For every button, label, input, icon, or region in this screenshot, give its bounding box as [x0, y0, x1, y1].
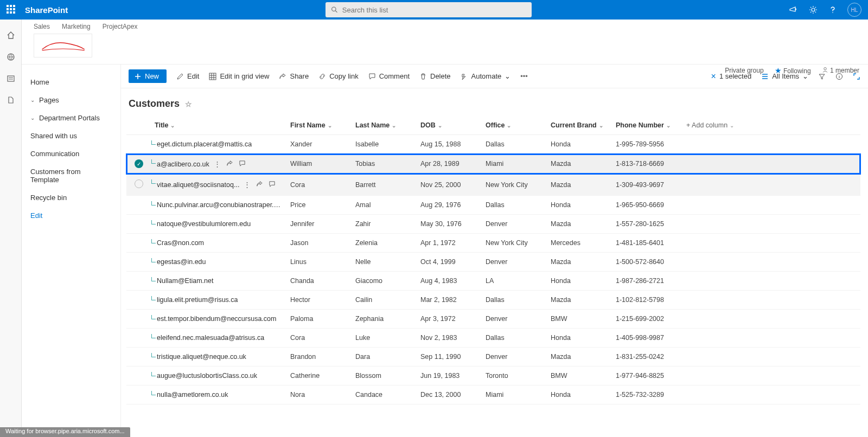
cell-brand: Honda — [547, 135, 612, 154]
app-brand[interactable]: SharePoint — [25, 5, 68, 15]
share-button[interactable]: Share — [279, 72, 309, 80]
comment-button[interactable]: Comment — [368, 72, 410, 80]
table-row[interactable]: ligula.elit.pretium@risus.caHectorCailin… — [126, 291, 860, 310]
item-title[interactable]: tristique.aliquet@neque.co.uk — [157, 353, 246, 361]
user-avatar[interactable]: HL — [847, 3, 861, 17]
rail-news-icon[interactable] — [6, 74, 16, 83]
table-row[interactable]: natoque@vestibulumlorem.eduJenniferZahir… — [126, 215, 860, 234]
row-selected-icon[interactable]: ✓ — [135, 159, 143, 168]
search-box[interactable] — [326, 2, 532, 17]
row-comment-icon[interactable] — [239, 160, 246, 168]
column-header[interactable]: Phone Number⌄ — [612, 116, 683, 135]
nav-item[interactable]: ⌄Pages — [28, 91, 113, 109]
chevron-down-icon: ⌄ — [507, 123, 511, 128]
table-row[interactable]: ✓a@aclibero.co.uk⋮WilliamTobiasApr 28, 1… — [126, 154, 860, 174]
table-row[interactable]: Nunc.pulvinar.arcu@conubianostraper.eduP… — [126, 196, 860, 215]
item-title[interactable]: egestas@in.edu — [157, 258, 206, 266]
row-more-icon[interactable]: ⋮ — [214, 160, 221, 168]
rail-globe-icon[interactable] — [6, 52, 16, 62]
table-row[interactable]: eget.dictum.placerat@mattis.caXanderIsab… — [126, 135, 860, 154]
table-row[interactable]: Nullam@Etiam.netChandaGiacomoAug 4, 1983… — [126, 272, 860, 291]
cell-office: Miami — [482, 385, 547, 404]
column-header[interactable]: Title⌄ — [151, 116, 287, 135]
row-share-icon[interactable] — [226, 160, 233, 168]
grid-edit-button[interactable]: Edit in grid view — [209, 72, 269, 80]
nav-item-label: Department Portals — [39, 114, 100, 122]
nav-item[interactable]: Shared with us — [28, 127, 113, 145]
nav-item[interactable]: Recycle bin — [28, 189, 113, 207]
item-title[interactable]: ligula.elit.pretium@risus.ca — [157, 296, 238, 304]
item-title[interactable]: vitae.aliquet@sociisnatoq... — [157, 181, 239, 189]
nav-item-label: Pages — [39, 96, 59, 104]
cell-brand: BMW — [547, 310, 612, 329]
delete-button[interactable]: Delete — [419, 72, 451, 80]
nav-edit-link[interactable]: Edit — [28, 207, 113, 224]
table-row[interactable]: nulla@ametlorem.co.ukNoraCandaceDec 13, … — [126, 385, 860, 404]
item-title[interactable]: a@aclibero.co.uk — [157, 160, 209, 168]
clear-selection-button[interactable]: × 1 selected — [711, 72, 752, 81]
search-input[interactable] — [342, 6, 526, 14]
table-row[interactable]: augue@luctuslobortisClass.co.ukCatherine… — [126, 367, 860, 385]
item-link-icon — [151, 159, 156, 164]
info-button[interactable] — [835, 73, 843, 80]
table-row[interactable]: vitae.aliquet@sociisnatoq...⋮CoraBarrett… — [126, 174, 860, 196]
nav-item[interactable]: Communication — [28, 145, 113, 163]
hub-link[interactable]: ProjectApex — [103, 23, 138, 30]
item-title[interactable]: Nunc.pulvinar.arcu@conubianostraper.edu — [157, 201, 285, 209]
suite-header: SharePoint HL — [0, 0, 868, 20]
list-title: Customers ☆ — [121, 88, 868, 116]
column-header[interactable]: Current Brand⌄ — [547, 116, 612, 135]
table-row[interactable]: est.tempor.bibendum@neccursusa.comPaloma… — [126, 310, 860, 329]
table-row[interactable]: Cras@non.comJasonZeleniaApr 1, 1972New Y… — [126, 234, 860, 253]
more-button[interactable]: ••• — [520, 72, 528, 80]
rail-files-icon[interactable] — [6, 95, 16, 105]
automate-button[interactable]: Automate ⌄ — [461, 72, 511, 80]
nav-item[interactable]: Customers from Template — [28, 163, 113, 189]
hub-link[interactable]: Marketing — [62, 23, 91, 30]
add-column-button[interactable]: + Add column⌄ — [683, 116, 860, 135]
row-select-toggle[interactable] — [135, 179, 143, 188]
plus-icon — [134, 73, 142, 80]
item-title[interactable]: nulla@ametlorem.co.uk — [157, 391, 228, 399]
row-more-icon[interactable]: ⋮ — [244, 181, 251, 189]
item-title[interactable]: augue@luctuslobortisClass.co.uk — [157, 372, 257, 380]
item-title[interactable]: Nullam@Etiam.net — [157, 277, 213, 285]
column-header[interactable]: DOB⌄ — [417, 116, 482, 135]
column-header[interactable]: First Name⌄ — [287, 116, 352, 135]
hub-link[interactable]: Sales — [34, 23, 50, 30]
help-icon[interactable] — [828, 5, 838, 15]
rail-home-icon[interactable] — [6, 30, 16, 40]
view-switcher[interactable]: All Items ⌄ — [761, 72, 808, 80]
column-header-row: Title⌄ First Name⌄ Last Name⌄ DOB⌄ Offic… — [126, 116, 860, 135]
item-link-icon — [151, 315, 156, 319]
table-row[interactable]: tristique.aliquet@neque.co.ukBrandonDara… — [126, 348, 860, 367]
item-title[interactable]: eleifend.nec.malesuada@atrisus.ca — [157, 334, 264, 342]
copy-link-button[interactable]: Copy link — [318, 72, 358, 80]
nav-item-label: Shared with us — [30, 132, 77, 140]
item-title[interactable]: est.tempor.bibendum@neccursusa.com — [157, 315, 276, 323]
settings-icon[interactable] — [808, 5, 818, 15]
column-header[interactable]: Last Name⌄ — [352, 116, 417, 135]
app-launcher-icon[interactable] — [7, 5, 16, 15]
edit-button[interactable]: Edit — [176, 72, 199, 80]
column-header[interactable]: Office⌄ — [482, 116, 547, 135]
table-row[interactable]: eleifend.nec.malesuada@atrisus.caCoraLuk… — [126, 329, 860, 348]
filter-button[interactable] — [818, 73, 826, 80]
item-title[interactable]: natoque@vestibulumlorem.edu — [157, 220, 251, 228]
new-button[interactable]: New — [129, 69, 167, 83]
megaphone-icon[interactable] — [789, 5, 799, 15]
cell-brand: Honda — [547, 329, 612, 348]
svg-point-2 — [812, 8, 815, 11]
site-logo[interactable] — [34, 34, 92, 57]
nav-item[interactable]: ⌄Department Portals — [28, 109, 113, 127]
nav-item[interactable]: Home — [28, 73, 113, 91]
table-row[interactable]: egestas@in.eduLinusNelleOct 4, 1999Denve… — [126, 253, 860, 272]
item-title[interactable]: Cras@non.com — [157, 239, 204, 247]
favorite-toggle[interactable]: ☆ — [185, 100, 192, 108]
item-title[interactable]: eget.dictum.placerat@mattis.ca — [157, 140, 252, 148]
cell-last: Amal — [352, 196, 417, 215]
expand-button[interactable] — [853, 73, 860, 80]
row-share-icon[interactable] — [256, 181, 263, 189]
item-link-icon — [151, 239, 156, 243]
row-comment-icon[interactable] — [269, 181, 276, 189]
